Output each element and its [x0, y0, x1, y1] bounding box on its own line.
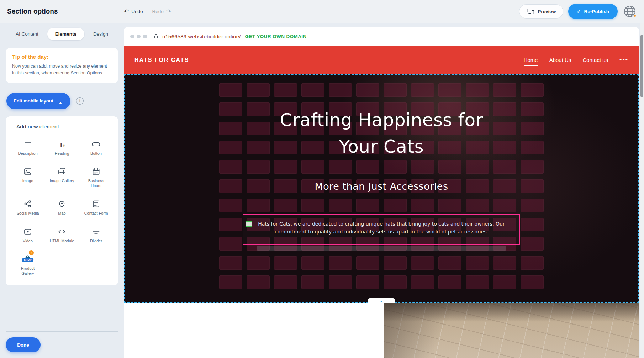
page-title: Section options — [7, 7, 124, 15]
element-drop-indicator — [257, 246, 506, 251]
notification-dot — [633, 14, 637, 17]
html-code-icon — [57, 226, 67, 236]
contact-form-icon — [92, 198, 100, 208]
browser-chrome-bar: n1566589.websitebuilder.online/ GET YOUR… — [124, 27, 639, 46]
image-gallery-icon — [58, 166, 66, 176]
add-element-html-module[interactable]: HTML Module — [45, 226, 79, 243]
lock-icon — [153, 33, 159, 39]
check-icon: ✓ — [577, 9, 581, 14]
video-icon — [23, 226, 32, 236]
add-element-button[interactable]: Button — [79, 138, 113, 156]
redo-icon: ↷ — [166, 9, 171, 15]
page-scrollbar-thumb[interactable] — [640, 35, 643, 97]
undo-icon: ↶ — [124, 9, 129, 15]
selected-paragraph-element[interactable]: Hats for Cats, we are dedicated to craft… — [243, 214, 520, 245]
tab-elements[interactable]: Elements — [47, 28, 84, 40]
redo-button[interactable]: Redo ↷ — [152, 9, 171, 15]
add-element-video[interactable]: Video — [11, 226, 45, 243]
republish-button[interactable]: ✓ Re-Publish — [568, 4, 618, 19]
add-element-image[interactable]: Image — [11, 166, 45, 189]
sidebar-tabs: AI Content Elements Design — [6, 28, 118, 40]
add-element-divider[interactable]: Divider — [79, 226, 113, 243]
resize-arrow-up-icon — [380, 301, 383, 302]
topbar: Section options ↶ Undo Redo ↷ Preview ✓ … — [0, 0, 644, 23]
tab-ai-content[interactable]: AI Content — [8, 28, 46, 40]
add-element-business-hours[interactable]: Business Hours — [79, 166, 113, 189]
add-element-description[interactable]: Description — [11, 138, 45, 156]
add-element-title: Add new element — [16, 123, 113, 130]
map-pin-icon — [58, 198, 66, 208]
undo-button[interactable]: ↶ Undo — [124, 9, 143, 15]
sidebar-divider — [6, 331, 118, 332]
add-new-element-panel: Add new element Description Tt Heading B… — [6, 116, 118, 285]
nav-contact-us[interactable]: Contact us — [582, 57, 608, 63]
editor-canvas: n1566589.websitebuilder.online/ GET YOUR… — [124, 23, 644, 358]
done-button[interactable]: Done — [6, 337, 41, 352]
phone-icon — [58, 98, 63, 105]
window-dots — [130, 35, 147, 38]
tip-title: Tip of the day: — [12, 54, 112, 60]
shop-badge: SHOP — [22, 258, 33, 262]
add-element-image-gallery[interactable]: Image Gallery — [45, 166, 79, 189]
info-icon[interactable]: i — [76, 97, 84, 105]
divider-icon — [92, 226, 100, 236]
resize-dashed-line — [371, 303, 391, 303]
nav-about-us[interactable]: About Us — [549, 57, 571, 63]
product-gallery-icon: SHOP ↑ — [23, 253, 32, 263]
preview-button[interactable]: Preview — [519, 4, 563, 19]
language-globe-icon[interactable] — [623, 4, 637, 19]
section-options-sidebar: AI Content Elements Design Tip of the da… — [0, 23, 124, 358]
tip-body: Now you can add, move and resize any ele… — [12, 63, 112, 77]
add-element-map[interactable]: Map — [45, 198, 79, 216]
hero-subtitle[interactable]: More than Just Accessories — [315, 181, 448, 192]
hero-section: Crafting Happiness for Your Cats More th… — [124, 74, 639, 303]
shop-notification-dot: ↑ — [29, 250, 34, 255]
hero-title[interactable]: Crafting Happiness for Your Cats — [280, 107, 483, 160]
add-element-contact-form[interactable]: Contact Form — [79, 198, 113, 216]
add-element-product-gallery[interactable]: SHOP ↑ Product Gallery — [11, 253, 45, 276]
hero-paragraph-text: Hats for Cats, we are dedicated to craft… — [258, 221, 505, 235]
get-domain-link[interactable]: GET YOUR OWN DOMAIN — [245, 34, 307, 39]
hero-title-line1: Crafting Happiness for — [280, 107, 483, 133]
edit-mobile-layout-button[interactable]: Edit mobile layout — [6, 93, 70, 109]
section-resize-handle[interactable] — [368, 298, 395, 303]
social-media-icon — [23, 198, 32, 208]
element-drag-handle[interactable] — [246, 221, 252, 227]
page-scrollbar-track — [640, 23, 644, 358]
button-icon — [91, 138, 101, 148]
nav-more-icon[interactable]: ••• — [619, 59, 628, 61]
site-logo[interactable]: HATS FOR CATS — [134, 57, 189, 63]
business-hours-icon — [92, 166, 100, 176]
description-icon — [23, 138, 32, 148]
next-page-section — [124, 303, 639, 358]
element-grid: Description Tt Heading Button Image — [11, 138, 113, 276]
site-url[interactable]: n1566589.websitebuilder.online/ — [162, 33, 241, 40]
site-header: HATS FOR CATS Home About Us Contact us •… — [124, 46, 639, 74]
pavement-image — [384, 303, 639, 358]
image-icon — [23, 166, 32, 176]
add-element-heading[interactable]: Tt Heading — [45, 138, 79, 156]
devices-icon — [527, 8, 534, 15]
add-element-social-media[interactable]: Social Media — [11, 198, 45, 216]
heading-icon: Tt — [59, 138, 65, 148]
tab-design[interactable]: Design — [85, 28, 116, 40]
site-nav: Home About Us Contact us ••• — [524, 57, 628, 63]
site-preview: HATS FOR CATS Home About Us Contact us •… — [124, 46, 639, 358]
tip-of-the-day-card: Tip of the day: Now you can add, move an… — [6, 48, 118, 83]
nav-home[interactable]: Home — [524, 57, 538, 63]
hero-title-line2: Your Cats — [280, 133, 483, 160]
